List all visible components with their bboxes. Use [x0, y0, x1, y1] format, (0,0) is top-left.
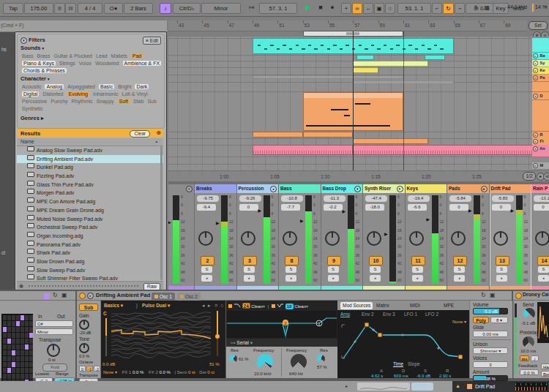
filter1-type[interactable]: Clean: [251, 304, 263, 309]
mixer-track-strip[interactable]: Synth Riser▾-47.4-18.010S●▶6061218243036…: [363, 184, 406, 290]
mod-subtab-lfo-1[interactable]: LFO 1: [404, 312, 417, 317]
scale-grid-cell[interactable]: [16, 327, 20, 332]
filter1-res-value[interactable]: 61 %: [239, 357, 249, 361]
automation-arm-button[interactable]: ○: [385, 3, 395, 14]
scale-grid-cell[interactable]: [20, 344, 24, 350]
volume-value[interactable]: -9.4: [197, 204, 216, 211]
osc-gain-value[interactable]: 0.0 dB: [102, 362, 115, 366]
metronome-icon[interactable]: |||: [54, 3, 65, 14]
fold-icon[interactable]: ▾: [354, 186, 361, 192]
capture-midi-button[interactable]: ←: [363, 3, 373, 14]
peak-level-value[interactable]: -5.84: [449, 195, 471, 202]
track-name[interactable]: Bass: [279, 184, 321, 193]
arrangement-track-header[interactable]: [532, 38, 549, 53]
solo-button[interactable]: S: [538, 266, 549, 273]
filter-tag[interactable]: Analog: [45, 84, 64, 89]
slope-mode[interactable]: Slope: [408, 361, 420, 366]
browser-result-item[interactable]: Orchestral Sweep Pad.adv: [17, 223, 163, 232]
arm-button[interactable]: ●: [244, 275, 255, 282]
poly-mode-button[interactable]: Poly: [473, 317, 489, 323]
scale-transpose-value[interactable]: 0 st: [48, 358, 56, 362]
save-preset-icon[interactable]: ▣: [490, 292, 496, 298]
adsr-value[interactable]: 2.90 s: [439, 374, 451, 378]
scale-grid-cell[interactable]: [16, 374, 20, 379]
filter2-slope[interactable]: 12: [285, 304, 294, 309]
scale-grid-cell[interactable]: [3, 350, 7, 355]
scale-grid-cell[interactable]: [12, 333, 15, 338]
mixer-track-strip[interactable]: Rain P-13.1014S●▶6061218243036424860: [531, 184, 549, 290]
track-name[interactable]: Keys: [406, 184, 447, 193]
slash-icon[interactable]: ⊘: [481, 186, 488, 192]
solo-button[interactable]: S: [285, 266, 296, 273]
unfold-icon[interactable]: ▸: [533, 53, 538, 59]
search-input[interactable]: (Cmd + F): [1, 23, 24, 28]
filter-tag[interactable]: Digital: [22, 91, 39, 97]
filter-tag[interactable]: Lofi & Vinyl: [122, 91, 148, 97]
device-on-led[interactable]: [515, 293, 522, 299]
circle-view-icon[interactable]: ○: [220, 303, 223, 308]
track-number[interactable]: 8: [285, 256, 299, 265]
fader-handle[interactable]: ▶: [216, 220, 221, 225]
arrangement-position-field[interactable]: 57. 3. 1: [259, 3, 297, 14]
mod-tab-mpe[interactable]: MPE: [441, 302, 456, 309]
scale-grid-cell-active[interactable]: [16, 321, 20, 326]
scale-grid-cell[interactable]: [3, 368, 7, 373]
peak-level-value[interactable]: -9.75: [197, 195, 219, 202]
amp-envelope-display[interactable]: [339, 319, 466, 363]
browser-result-item[interactable]: Analog Slow Sweep Pad.adv: [17, 146, 163, 155]
sub-button[interactable]: Sub: [79, 304, 98, 311]
quantize-menu[interactable]: 2 Bars: [124, 3, 153, 14]
filter1-slope[interactable]: 24: [242, 303, 250, 309]
scale-grid-cell[interactable]: [16, 339, 20, 344]
prev-wavetable-icon[interactable]: ◂: [202, 303, 205, 309]
send-value[interactable]: -3.1 dB: [521, 321, 535, 325]
filter-tag[interactable]: Distorted: [42, 91, 63, 97]
preview-icon[interactable]: ◉: [19, 283, 23, 289]
scale-grid-cell[interactable]: [29, 356, 33, 361]
scale-interval-grid[interactable]: [1, 314, 33, 387]
dot-icon[interactable]: ●: [270, 186, 277, 192]
scale-grid-cell[interactable]: [12, 315, 15, 320]
octave-button[interactable]: 0: [79, 366, 86, 372]
sidebar-item-fragment[interactable]: ct: [1, 250, 5, 255]
volume-value[interactable]: 0: [449, 204, 468, 211]
filter2-type[interactable]: Clean: [294, 304, 306, 309]
scale-fold-button[interactable]: Fold: [42, 363, 67, 372]
fader-handle[interactable]: ▶: [511, 208, 516, 213]
solo-button[interactable]: S: [328, 266, 339, 273]
filter2-freq-knob[interactable]: [291, 354, 307, 370]
scale-grid-cell[interactable]: [20, 356, 24, 361]
scale-grid-cell[interactable]: [7, 315, 11, 320]
filter-tag[interactable]: Bright: [118, 84, 131, 89]
browser-result-item[interactable]: Soft Shimmer Filter Sweep Pad.adv: [17, 274, 163, 280]
track-name[interactable]: Breaks: [195, 184, 236, 193]
filter-tag[interactable]: Piano & Keys: [22, 61, 56, 66]
scrollbar-segment[interactable]: [411, 382, 433, 391]
scale-grid-cell[interactable]: [12, 374, 15, 379]
root-note-menu[interactable]: C#/D♭: [173, 3, 201, 14]
browser-result-item[interactable]: Drifting Ambient Pad.adv: [17, 155, 163, 164]
scale-grid-cell[interactable]: [3, 321, 7, 326]
scale-grid-cell[interactable]: [16, 362, 20, 367]
wavetable-display[interactable]: [111, 309, 211, 359]
filter-tag[interactable]: Sub: [147, 99, 156, 104]
filter-tag[interactable]: Woodwind: [95, 61, 119, 66]
scale-grid-cell[interactable]: [16, 315, 20, 320]
scale-grid-cell[interactable]: [3, 374, 7, 379]
semi-value[interactable]: 0 st: [188, 370, 195, 374]
scale-grid-cell[interactable]: [3, 333, 7, 338]
volume-value[interactable]: -18.0: [365, 204, 384, 211]
browser-result-item[interactable]: Shark Pad.adv: [17, 249, 163, 257]
scale-grid-cell[interactable]: [29, 315, 33, 320]
scale-grid-cell[interactable]: [25, 362, 29, 367]
wt-table-select[interactable]: Pulse Dual ▾: [142, 303, 170, 309]
computer-midi-keyboard-button[interactable]: ▦: [482, 2, 492, 13]
scale-grid-cell[interactable]: [12, 339, 15, 344]
mixer-track-strip[interactable]: Bass-10.8-7.78S●▶6061218243036424860: [279, 184, 321, 290]
arm-button[interactable]: ●: [412, 275, 423, 282]
volume-value[interactable]: 0: [239, 204, 258, 211]
wt-position-slider[interactable]: [217, 311, 218, 356]
impulse-response-display[interactable]: [537, 302, 549, 343]
scale-grid-cell[interactable]: [29, 327, 33, 332]
osc-effect-mode[interactable]: None ▾: [103, 370, 117, 374]
